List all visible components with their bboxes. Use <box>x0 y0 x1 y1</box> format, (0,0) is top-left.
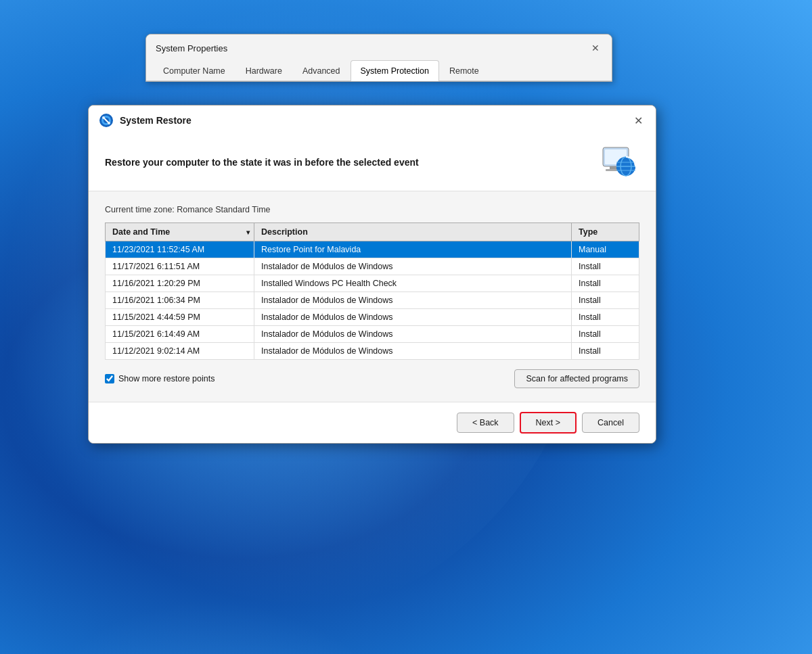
cell-type: Install <box>572 292 639 309</box>
cell-description: Instalador de Módulos de Windows <box>254 343 572 360</box>
table-row[interactable]: 11/15/2021 6:14:49 AMInstalador de Módul… <box>106 326 639 343</box>
column-header-type[interactable]: Type <box>572 223 639 241</box>
cell-description: Instalador de Módulos de Windows <box>254 309 572 326</box>
back-button[interactable]: < Back <box>457 413 514 433</box>
cell-description: Instalador de Módulos de Windows <box>254 292 572 309</box>
cell-datetime: 11/16/2021 1:20:29 PM <box>106 275 254 292</box>
dialog-title-text: System Restore <box>120 115 191 126</box>
dialog-titlebar: System Restore ✕ <box>89 106 656 134</box>
cell-type: Install <box>572 309 639 326</box>
cell-type: Install <box>572 343 639 360</box>
table-row[interactable]: 11/12/2021 9:02:14 AMInstalador de Módul… <box>106 343 639 360</box>
cell-datetime: 11/15/2021 4:44:59 PM <box>106 309 254 326</box>
restore-points-table: Date and Time ▾ Description Type 11/23/2… <box>105 223 639 360</box>
show-more-text: Show more restore points <box>118 374 215 383</box>
tab-advanced[interactable]: Advanced <box>292 60 351 81</box>
system-properties-close-button[interactable]: ✕ <box>589 41 602 55</box>
cell-datetime: 11/16/2021 1:06:34 PM <box>106 292 254 309</box>
header-computer-icon <box>600 145 639 180</box>
cell-datetime: 11/15/2021 6:14:49 AM <box>106 326 254 343</box>
system-properties-window: System Properties ✕ Computer Name Hardwa… <box>145 34 612 82</box>
next-button[interactable]: Next > <box>520 412 577 434</box>
svg-point-3 <box>102 116 105 119</box>
dialog-header: Restore your computer to the state it wa… <box>89 134 656 191</box>
cell-description: Instalador de Módulos de Windows <box>254 326 572 343</box>
cancel-button[interactable]: Cancel <box>582 413 639 433</box>
system-restore-dialog: System Restore ✕ Restore your computer t… <box>88 105 656 444</box>
table-row[interactable]: 11/17/2021 6:11:51 AMInstalador de Módul… <box>106 258 639 275</box>
cell-datetime: 11/12/2021 9:02:14 AM <box>106 343 254 360</box>
table-row[interactable]: 11/15/2021 4:44:59 PMInstalador de Módul… <box>106 309 639 326</box>
cell-description: Installed Windows PC Health Check <box>254 275 572 292</box>
system-properties-titlebar: System Properties ✕ <box>146 34 612 60</box>
table-row[interactable]: 11/16/2021 1:06:34 PMInstalador de Módul… <box>106 292 639 309</box>
table-row[interactable]: 11/16/2021 1:20:29 PMInstalled Windows P… <box>106 275 639 292</box>
table-header: Date and Time ▾ Description Type <box>106 223 639 241</box>
cell-type: Install <box>572 258 639 275</box>
system-properties-title: System Properties <box>156 43 227 53</box>
dialog-body: Current time zone: Romance Standard Time… <box>89 191 656 402</box>
scan-for-affected-button[interactable]: Scan for affected programs <box>514 369 639 388</box>
cell-datetime: 11/17/2021 6:11:51 AM <box>106 258 254 275</box>
dialog-header-text: Restore your computer to the state it wa… <box>105 157 600 168</box>
dialog-footer: < Back Next > Cancel <box>89 402 656 443</box>
dialog-title-left: System Restore <box>98 112 191 129</box>
tab-system-protection[interactable]: System Protection <box>351 60 439 81</box>
table-row[interactable]: 11/23/2021 11:52:45 AMRestore Point for … <box>106 241 639 258</box>
svg-point-4 <box>108 122 110 124</box>
tab-hardware[interactable]: Hardware <box>235 60 292 81</box>
column-header-datetime[interactable]: Date and Time ▾ <box>106 223 254 241</box>
tab-computer-name[interactable]: Computer Name <box>153 60 235 81</box>
cell-description: Restore Point for Malavida <box>254 241 572 258</box>
restore-options-row: Show more restore points Scan for affect… <box>105 369 639 388</box>
dialog-close-button[interactable]: ✕ <box>630 112 646 129</box>
sort-icon: ▾ <box>246 229 250 236</box>
cell-datetime: 11/23/2021 11:52:45 AM <box>106 241 254 258</box>
restore-table-body: 11/23/2021 11:52:45 AMRestore Point for … <box>106 241 639 360</box>
show-more-label[interactable]: Show more restore points <box>105 374 215 383</box>
system-properties-tabs: Computer Name Hardware Advanced System P… <box>146 60 612 81</box>
cell-type: Manual <box>572 241 639 258</box>
cell-type: Install <box>572 326 639 343</box>
cell-description: Instalador de Módulos de Windows <box>254 258 572 275</box>
timezone-label: Current time zone: Romance Standard Time <box>105 205 639 214</box>
tab-remote[interactable]: Remote <box>439 60 489 81</box>
column-header-description[interactable]: Description <box>254 223 572 241</box>
restore-icon <box>98 112 114 129</box>
show-more-checkbox[interactable] <box>105 374 114 383</box>
cell-type: Install <box>572 275 639 292</box>
